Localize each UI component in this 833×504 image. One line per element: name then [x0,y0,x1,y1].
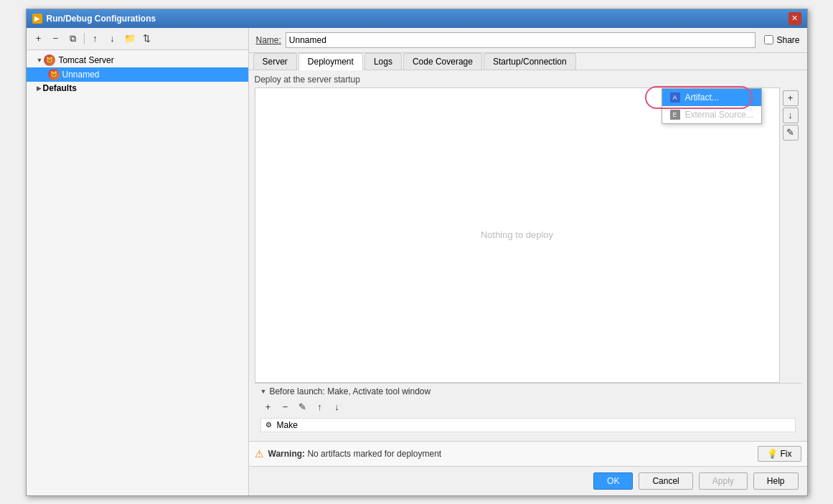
tab-code-coverage[interactable]: Code Coverage [403,53,482,70]
before-launch-down-button[interactable]: ↓ [329,399,345,415]
right-side-buttons: + ↓ ✎ [780,87,801,383]
warning-row: ⚠ Warning: No artifacts marked for deplo… [249,441,807,466]
title-bar-title: Run/Debug Configurations [47,14,156,24]
move-up-button[interactable]: ↑ [88,31,103,47]
fix-button[interactable]: 💡 Fix [758,446,801,462]
fix-label: Fix [781,449,792,459]
add-artifact-dropdown: A Artifact... E External Source... [662,88,762,124]
toolbar-separator [84,33,85,44]
bottom-buttons: OK Cancel Apply Help [249,466,807,495]
tree-label-defaults: Defaults [43,83,77,93]
cancel-button[interactable]: Cancel [639,472,692,490]
main-content: + − ⧉ ↑ ↓ 📁 ⇅ ▼ 🐱 Tomcat Server [27,28,807,495]
external-source-label: External Source... [685,110,753,120]
config-tree: ▼ 🐱 Tomcat Server 🐱 Unnamed ▶ Defaults [27,50,248,495]
warning-detail: No artifacts marked for deployment [307,449,441,459]
close-button[interactable]: ✕ [789,12,801,25]
before-launch-header: ▼ Before launch: Make, Activate tool win… [260,386,796,396]
deploy-area-container: Nothing to deploy A Artifact... [255,87,801,383]
tomcat-icon: 🐱 [44,54,55,66]
tabs-row: Server Deployment Logs Code Coverage Sta… [249,53,807,70]
move-down-button[interactable]: ↓ [105,31,121,47]
deploy-at-startup-label: Deploy at the server startup [255,75,801,85]
tree-item-defaults[interactable]: ▶ Defaults [27,82,248,95]
tree-arrow-defaults: ▶ [37,85,42,92]
title-bar: ▶ Run/Debug Configurations ✕ [27,9,807,28]
tree-label-unnamed: Unnamed [62,70,100,80]
tab-deployment[interactable]: Deployment [298,53,363,70]
title-bar-left: ▶ Run/Debug Configurations [32,14,156,24]
sort-button[interactable]: ⇅ [139,31,155,47]
before-launch-remove-button[interactable]: − [278,399,293,415]
tree-item-unnamed[interactable]: 🐱 Unnamed [27,67,248,82]
run-debug-configurations-dialog: ▶ Run/Debug Configurations ✕ + − ⧉ ↑ ↓ 📁… [26,9,808,496]
artifact-label: Artifact... [685,92,719,103]
ok-button[interactable]: OK [593,472,633,490]
warning-icon: ⚠ [255,448,264,460]
tab-content-deployment: Deploy at the server startup Nothing to … [249,70,807,441]
before-launch-list: ⚙ Make [260,418,796,434]
share-row: Share [764,35,799,45]
before-launch-up-button[interactable]: ↑ [312,399,328,415]
folder-button[interactable]: 📁 [122,31,138,47]
share-checkbox[interactable] [764,35,773,44]
tab-startup-connection[interactable]: Startup/Connection [484,53,576,70]
left-panel: + − ⧉ ↑ ↓ 📁 ⇅ ▼ 🐱 Tomcat Server [27,28,249,495]
tree-item-tomcat-server[interactable]: ▼ 🐱 Tomcat Server [27,53,248,67]
name-label: Name: [256,35,281,45]
tab-server[interactable]: Server [253,53,297,70]
help-button[interactable]: Help [753,472,799,490]
warning-bold: Warning: [268,449,306,459]
tree-arrow-tomcat: ▼ [37,57,43,64]
before-launch-section: ▼ Before launch: Make, Activate tool win… [255,383,801,437]
add-deploy-button[interactable]: + [783,90,799,106]
make-label: Make [277,420,298,430]
left-toolbar: + − ⧉ ↑ ↓ 📁 ⇅ [27,28,248,50]
dropdown-item-artifact[interactable]: A Artifact... [662,89,761,106]
artifact-icon: A [669,92,681,103]
name-row: Name: Share [249,28,807,53]
warning-text: Warning: No artifacts marked for deploym… [268,449,442,459]
make-icon: ⚙ [264,420,274,430]
external-source-icon: E [669,109,681,120]
before-launch-edit-button[interactable]: ✎ [295,399,311,415]
edit-deploy-button[interactable]: ✎ [783,125,799,141]
apply-button[interactable]: Apply [699,472,748,490]
add-config-button[interactable]: + [31,31,47,47]
title-bar-app-icon: ▶ [32,14,42,24]
deploy-area: Nothing to deploy A Artifact... [255,87,780,383]
tab-logs[interactable]: Logs [364,53,402,70]
remove-config-button[interactable]: − [48,31,64,47]
copy-config-button[interactable]: ⧉ [65,31,81,47]
before-launch-arrow: ▼ [260,388,267,395]
before-launch-add-button[interactable]: + [260,399,276,415]
before-launch-title: Before launch: Make, Activate tool windo… [269,386,430,396]
down-deploy-button[interactable]: ↓ [783,108,799,123]
nothing-to-deploy-text: Nothing to deploy [481,229,553,240]
tree-label-tomcat: Tomcat Server [58,55,113,65]
fix-icon: 💡 [767,449,778,459]
share-label: Share [776,35,799,45]
before-launch-toolbar: + − ✎ ↑ ↓ [260,399,796,415]
right-panel: Name: Share Server Deployment Logs Code … [249,28,807,495]
before-launch-item-make[interactable]: ⚙ Make [260,418,796,432]
name-input[interactable] [286,32,756,48]
tomcat-icon-unnamed: 🐱 [48,69,60,80]
dropdown-item-external-source[interactable]: E External Source... [662,106,761,123]
